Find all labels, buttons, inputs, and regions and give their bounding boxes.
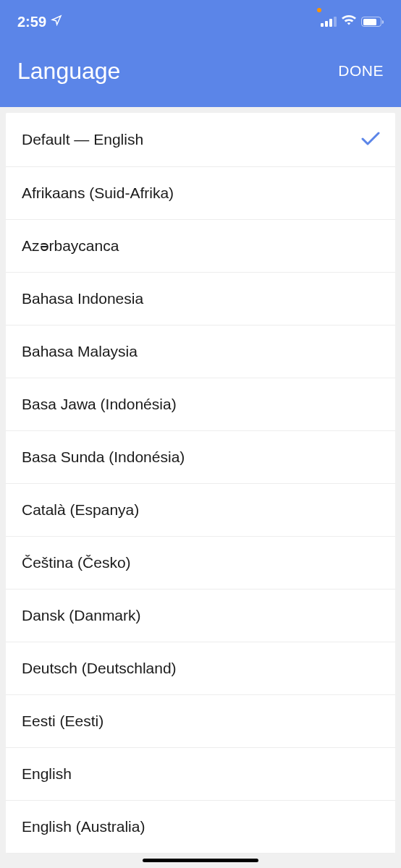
- wifi-icon: [342, 15, 356, 28]
- page-title: Language: [17, 58, 120, 85]
- language-label: Eesti (Eesti): [22, 712, 104, 730]
- language-item[interactable]: Čeština (Česko): [6, 537, 395, 590]
- language-list: Default — EnglishAfrikaans (Suid-Afrika)…: [6, 113, 395, 854]
- check-icon: [360, 130, 381, 149]
- nav-bar: Language DONE: [0, 35, 401, 107]
- language-label: Basa Jawa (Indonésia): [22, 396, 177, 413]
- language-item[interactable]: English (Australia): [6, 801, 395, 854]
- language-label: Bahasa Malaysia: [22, 343, 138, 360]
- cellular-signal-icon: [321, 17, 337, 27]
- language-label: English: [22, 765, 72, 783]
- language-item[interactable]: Afrikaans (Suid-Afrika): [6, 167, 395, 220]
- language-item[interactable]: Default — English: [6, 113, 395, 167]
- status-time: 2:59: [17, 14, 46, 30]
- language-item[interactable]: Eesti (Eesti): [6, 695, 395, 748]
- language-item[interactable]: Deutsch (Deutschland): [6, 642, 395, 695]
- done-button[interactable]: DONE: [338, 62, 384, 80]
- status-left: 2:59: [17, 14, 62, 30]
- language-item[interactable]: Bahasa Indonesia: [6, 273, 395, 326]
- home-indicator[interactable]: [143, 859, 258, 862]
- location-icon: [51, 14, 62, 29]
- battery-icon: [361, 17, 384, 27]
- language-item[interactable]: Bahasa Malaysia: [6, 326, 395, 378]
- language-label: English (Australia): [22, 818, 145, 835]
- header: 2:59: [0, 0, 401, 107]
- status-bar: 2:59: [0, 0, 401, 35]
- language-item[interactable]: Basa Jawa (Indonésia): [6, 378, 395, 431]
- language-item[interactable]: Basa Sunda (Indonésia): [6, 431, 395, 484]
- language-label: Dansk (Danmark): [22, 607, 141, 624]
- language-label: Azərbaycanca: [22, 237, 119, 255]
- language-item[interactable]: Dansk (Danmark): [6, 590, 395, 642]
- language-label: Català (Espanya): [22, 501, 139, 519]
- language-item[interactable]: Azərbaycanca: [6, 220, 395, 273]
- language-label: Default — English: [22, 131, 143, 148]
- language-item[interactable]: English: [6, 748, 395, 801]
- language-label: Čeština (Česko): [22, 554, 131, 571]
- status-right: [321, 15, 384, 28]
- language-label: Deutsch (Deutschland): [22, 660, 177, 677]
- language-label: Basa Sunda (Indonésia): [22, 448, 185, 466]
- recording-indicator-dot: [317, 8, 321, 12]
- language-label: Bahasa Indonesia: [22, 290, 143, 307]
- language-label: Afrikaans (Suid-Afrika): [22, 184, 174, 202]
- language-item[interactable]: Català (Espanya): [6, 484, 395, 537]
